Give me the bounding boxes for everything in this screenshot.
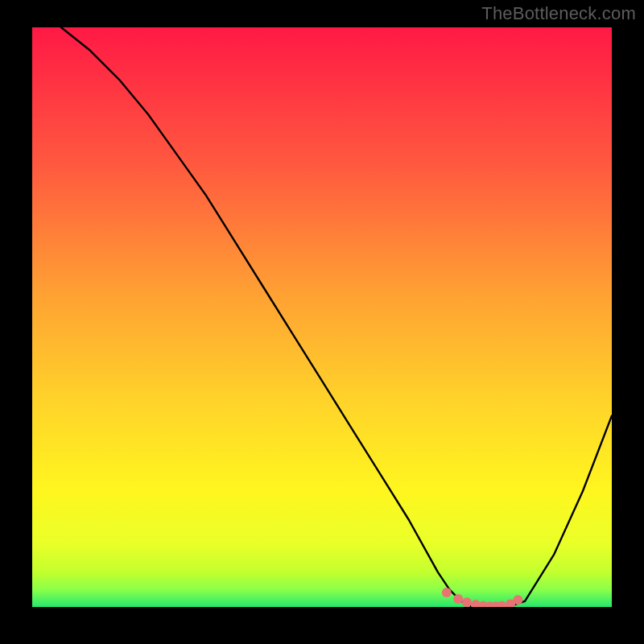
marker-dot (453, 594, 463, 604)
plot-area (32, 27, 612, 607)
bottleneck-plot (32, 27, 612, 607)
marker-dot (513, 595, 522, 605)
watermark-text: TheBottleneck.com (481, 3, 636, 24)
chart-frame: TheBottleneck.com (0, 0, 644, 644)
marker-dot (462, 597, 472, 607)
gradient-background (32, 27, 612, 607)
marker-dot (442, 588, 452, 597)
